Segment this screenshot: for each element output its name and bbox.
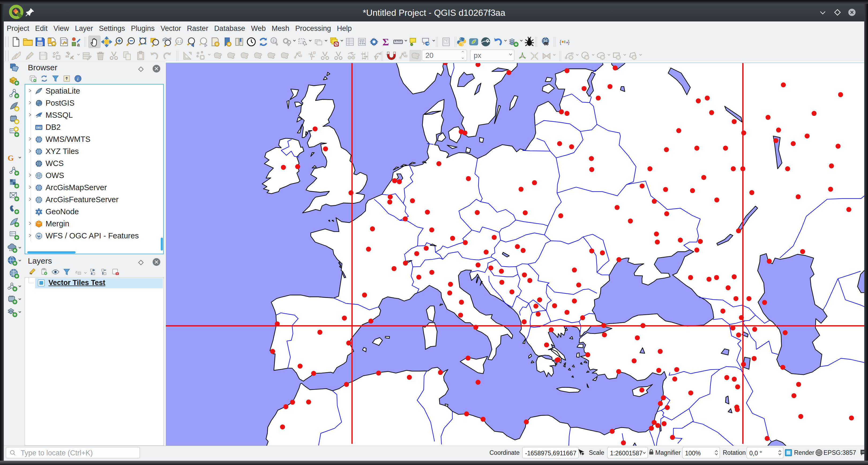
svg-text:}: }	[568, 39, 569, 45]
svg-text:Σ: Σ	[382, 36, 389, 47]
svg-text:ε: ε	[75, 269, 78, 274]
svg-text:?: ?	[445, 39, 447, 43]
svg-text:i: i	[273, 38, 274, 43]
svg-text:i: i	[77, 77, 79, 81]
svg-text:a: a	[77, 42, 80, 47]
svg-text:1:1: 1:1	[177, 40, 182, 43]
svg-text:DB2: DB2	[36, 126, 41, 129]
svg-text:{: {	[559, 39, 561, 45]
svg-text:G: G	[8, 153, 14, 162]
